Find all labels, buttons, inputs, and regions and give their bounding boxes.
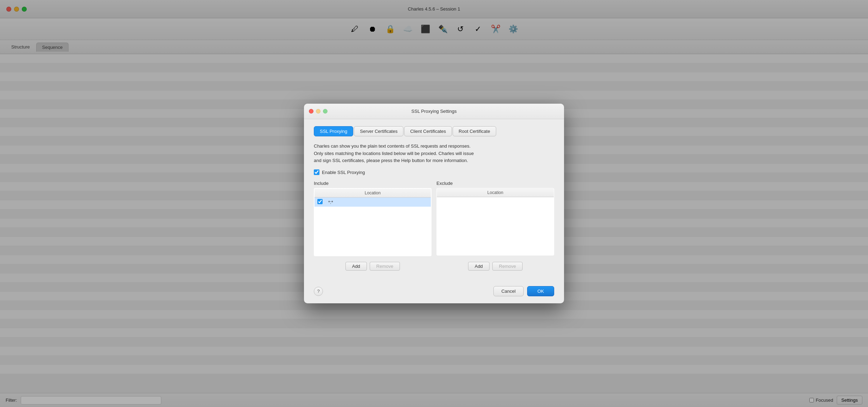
enable-ssl-label: Enable SSL Proxying xyxy=(322,170,365,175)
modal-window-controls[interactable] xyxy=(309,109,328,114)
exclude-label: Exclude xyxy=(436,181,554,186)
include-empty-rows xyxy=(314,207,431,256)
include-exclude-columns: Include Location *:* xyxy=(314,181,554,256)
modal-close-button[interactable] xyxy=(309,109,313,114)
include-table: Location *:* xyxy=(314,188,432,256)
modal-minimize-button[interactable] xyxy=(316,109,320,114)
modal-title: SSL Proxying Settings xyxy=(412,109,457,114)
ssl-proxying-dialog: SSL Proxying Settings SSL Proxying Serve… xyxy=(304,104,564,303)
help-button[interactable]: ? xyxy=(314,287,323,296)
exclude-btn-row: Add Remove xyxy=(436,262,554,271)
modal-overlay: SSL Proxying Settings SSL Proxying Serve… xyxy=(0,0,868,407)
include-btn-row: Add Remove xyxy=(314,262,432,271)
include-label: Include xyxy=(314,181,432,186)
exclude-add-button[interactable]: Add xyxy=(468,262,490,271)
exclude-table: Location xyxy=(436,188,554,256)
exclude-location-header: Location xyxy=(437,188,554,197)
enable-ssl-checkbox[interactable] xyxy=(314,169,319,175)
include-section: Include Location *:* xyxy=(314,181,432,256)
modal-footer: ? Cancel OK xyxy=(304,281,564,303)
exclude-empty-rows xyxy=(437,197,554,256)
ok-button[interactable]: OK xyxy=(527,286,554,296)
include-location-header: Location xyxy=(314,188,431,198)
modal-description: Charles can show you the plain text cont… xyxy=(314,143,554,164)
include-add-button[interactable]: Add xyxy=(345,262,367,271)
include-row-value: *:* xyxy=(328,200,333,205)
exclude-table-header-row: Location xyxy=(437,188,554,197)
enable-ssl-row: Enable SSL Proxying xyxy=(314,169,554,175)
tab-ssl-proxying[interactable]: SSL Proxying xyxy=(314,126,353,136)
include-table-header-row: Location xyxy=(314,188,431,198)
modal-maximize-button[interactable] xyxy=(323,109,328,114)
cancel-button[interactable]: Cancel xyxy=(493,286,524,296)
include-table-row[interactable]: *:* xyxy=(314,198,431,207)
modal-body: SSL Proxying Server Certificates Client … xyxy=(304,119,564,281)
modal-title-bar: SSL Proxying Settings xyxy=(304,104,564,119)
exclude-section: Exclude Location xyxy=(436,181,554,256)
modal-tabs: SSL Proxying Server Certificates Client … xyxy=(314,126,554,136)
footer-actions: Cancel OK xyxy=(493,286,554,296)
include-buttons: Add Remove xyxy=(314,262,432,271)
include-row-checkbox[interactable] xyxy=(317,199,323,204)
tab-client-certificates[interactable]: Client Certificates xyxy=(404,126,452,136)
include-remove-button[interactable]: Remove xyxy=(370,262,400,271)
tab-server-certificates[interactable]: Server Certificates xyxy=(354,126,403,136)
tab-root-certificate[interactable]: Root Certificate xyxy=(453,126,496,136)
exclude-remove-button[interactable]: Remove xyxy=(492,262,523,271)
exclude-buttons: Add Remove xyxy=(436,262,554,271)
